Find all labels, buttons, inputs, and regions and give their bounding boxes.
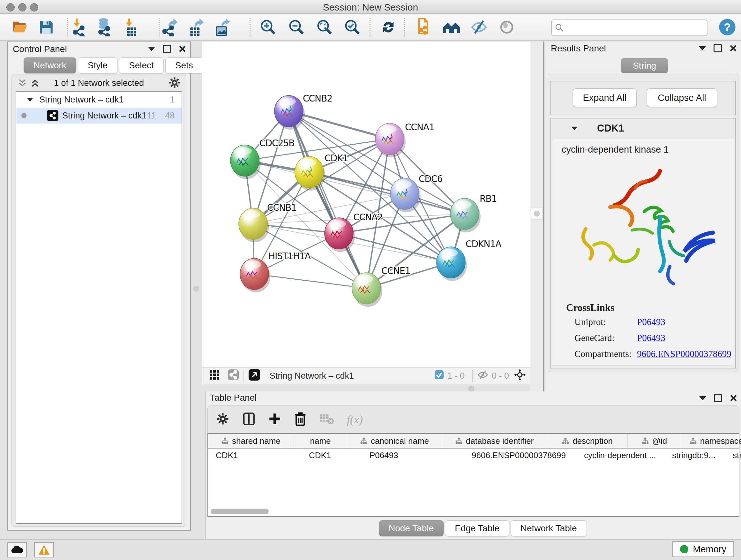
network-node-HIST1H1A[interactable]: HIST1H1A: [240, 251, 311, 293]
crosshair-pan-icon[interactable]: [514, 368, 526, 383]
gene-entry-header[interactable]: CDK1: [551, 118, 735, 138]
column-header-namespace[interactable]: namespace: [681, 434, 741, 448]
warning-status-icon[interactable]: [34, 542, 54, 557]
tab-select[interactable]: Select: [119, 57, 164, 73]
save-session-icon[interactable]: [37, 17, 56, 37]
help-icon[interactable]: ?: [718, 17, 737, 37]
delete-table-icon[interactable]: [320, 413, 334, 426]
expand-all-button[interactable]: Expand All: [573, 88, 636, 107]
zoom-out-icon[interactable]: [287, 17, 306, 37]
function-builder-icon[interactable]: f(x): [347, 413, 363, 426]
network-collection-row[interactable]: String Network – cdk1 1: [16, 91, 182, 108]
crosslink-link[interactable]: 9606.ENSP00000378699: [637, 365, 731, 366]
cloud-status-icon[interactable]: [7, 542, 27, 557]
network-share-icon[interactable]: [227, 369, 239, 383]
table-cell[interactable]: 9606.ENSP00000378699: [464, 449, 576, 462]
import-table-file-icon[interactable]: [122, 17, 141, 37]
statusbar-separator: [244, 370, 244, 382]
collapse-all-button[interactable]: Collapse All: [647, 88, 717, 107]
table-cell[interactable]: CDK1: [208, 449, 301, 462]
hide-panel-eye-icon[interactable]: [469, 17, 488, 37]
tab-node-table[interactable]: Node Table: [379, 520, 444, 537]
table-cell[interactable]: stringdb:9...: [664, 449, 725, 462]
tab-network[interactable]: Network: [23, 57, 76, 73]
network-canvas[interactable]: CCNB2CCNA1CDC25BCDK1CDC6RB1CCNB1CCNA2CDK…: [202, 42, 531, 368]
tab-sets[interactable]: Sets: [165, 57, 203, 73]
float-panel-icon[interactable]: [714, 44, 722, 52]
table-cell[interactable]: P06493: [362, 449, 464, 462]
network-selection-status: 1 of 1 Network selected: [12, 78, 186, 88]
network-options-gear-icon[interactable]: [168, 76, 181, 90]
tab-style[interactable]: Style: [78, 57, 118, 73]
import-network-file-icon[interactable]: [69, 17, 88, 37]
search-input[interactable]: [551, 19, 708, 36]
crosslink-link[interactable]: P06493: [637, 333, 665, 343]
crosslink-link[interactable]: P06493: [637, 317, 665, 327]
open-session-icon[interactable]: [10, 17, 30, 37]
hidden-eye-icon[interactable]: [477, 370, 488, 382]
column-header-description[interactable]: description: [547, 434, 628, 448]
home-icon[interactable]: [442, 17, 461, 37]
grid-view-icon[interactable]: [209, 369, 220, 382]
network-node-CDKN1A[interactable]: CDKN1A: [436, 239, 501, 281]
panel-menu-icon[interactable]: [699, 396, 706, 400]
memory-button[interactable]: Memory: [672, 541, 734, 557]
show-panel-eye-icon[interactable]: [497, 17, 516, 37]
selected-checkbox-icon[interactable]: [434, 370, 444, 382]
tab-edge-table[interactable]: Edge Table: [445, 520, 509, 537]
select-columns-icon[interactable]: [242, 412, 256, 427]
zoom-fit-icon[interactable]: [315, 17, 334, 37]
zoom-in-icon[interactable]: [259, 17, 278, 37]
column-header-name[interactable]: name: [294, 434, 347, 448]
network-view[interactable]: CCNB2CCNA1CDC25BCDK1CDC6RB1CCNB1CCNA2CDK…: [202, 42, 531, 384]
export-table-file-icon[interactable]: [186, 17, 205, 37]
panel-menu-icon[interactable]: [699, 46, 706, 51]
column-header--id[interactable]: @id: [628, 434, 681, 448]
zoom-selected-icon[interactable]: [343, 17, 362, 37]
network-edge-HIST1H1A-CCNE1[interactable]: [254, 274, 366, 288]
close-panel-icon[interactable]: [730, 45, 737, 52]
column-header-shared-name[interactable]: shared name: [208, 434, 294, 448]
collection-expand-icon[interactable]: [27, 98, 33, 101]
network-row[interactable]: String Network – cdk1 11 48: [16, 108, 182, 124]
close-panel-icon[interactable]: [730, 395, 737, 401]
tab-network-table[interactable]: Network Table: [511, 520, 587, 537]
refresh-icon[interactable]: [379, 17, 398, 37]
import-network-database-icon[interactable]: [95, 17, 114, 37]
column-type-icon: [360, 437, 367, 445]
network-node-CDK1[interactable]: CDK1: [295, 153, 348, 191]
table-cell[interactable]: CDK1: [301, 449, 362, 462]
close-panel-icon[interactable]: [179, 45, 186, 52]
string-import-icon[interactable]: [413, 17, 432, 37]
export-network-file-icon[interactable]: [160, 17, 179, 37]
add-column-icon[interactable]: [268, 413, 281, 427]
float-panel-icon[interactable]: [163, 45, 171, 53]
network-edge-CCNB2-CCNE1[interactable]: [289, 111, 366, 288]
string-network-icon: [47, 110, 58, 121]
export-image-icon[interactable]: [212, 17, 232, 37]
table-settings-gear-icon[interactable]: [216, 412, 229, 427]
birdseye-view-icon[interactable]: [248, 369, 260, 383]
panel-menu-icon[interactable]: [148, 47, 155, 51]
left-splitter-handle[interactable]: [193, 286, 199, 292]
delete-column-icon[interactable]: [294, 412, 307, 427]
network-node-CDC25B[interactable]: CDC25B: [230, 138, 294, 179]
network-node-CCNE1[interactable]: CCNE1: [352, 266, 410, 307]
float-panel-icon[interactable]: [714, 394, 722, 402]
network-node-CCNA1[interactable]: CCNA1: [375, 122, 434, 158]
table-cell[interactable]: stringdb: [725, 449, 741, 462]
network-node-label: CCNB2: [303, 93, 332, 104]
network-tree: String Network – cdk1 1 String Network –…: [16, 91, 182, 524]
table-row[interactable]: CDK1CDK1P064939606.ENSP00000378699cyclin…: [208, 449, 739, 462]
right-splitter-handle[interactable]: [531, 207, 542, 220]
table-cell[interactable]: cyclin-dependent ...: [576, 449, 664, 462]
right-splitter[interactable]: [530, 42, 543, 391]
network-node-RB1[interactable]: RB1: [450, 193, 496, 233]
crosslink-link[interactable]: 9606.ENSP00000378699: [637, 349, 731, 359]
horizontal-scrollbar[interactable]: [211, 509, 269, 514]
column-header-canonical-name[interactable]: canonical name: [347, 434, 442, 448]
tab-string[interactable]: String: [621, 58, 668, 73]
column-header-database-identifier[interactable]: database identifier: [442, 434, 547, 448]
bottom-splitter-handle[interactable]: [468, 386, 474, 392]
entry-collapse-icon[interactable]: [571, 126, 578, 130]
